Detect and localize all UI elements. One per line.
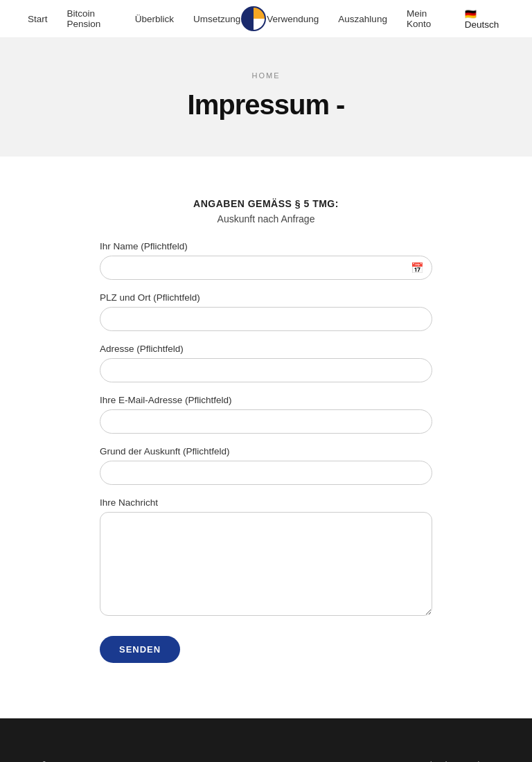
hero-section: HOME Impressum - bbox=[0, 38, 532, 157]
grund-input[interactable] bbox=[100, 461, 432, 485]
nav-verwendung[interactable]: Verwendung bbox=[267, 14, 319, 24]
label-grund: Grund der Auskunft (Pflichtfeld) bbox=[100, 446, 432, 457]
breadcrumb: HOME bbox=[14, 71, 518, 80]
label-adresse: Adresse (Pflichtfeld) bbox=[100, 344, 432, 354]
adresse-input[interactable] bbox=[100, 358, 432, 382]
nav-links-left: Start Bitcoin Pension Überblick Umsetzun… bbox=[28, 8, 240, 29]
submit-button[interactable]: SENDEN bbox=[100, 636, 180, 663]
main-nav: Start Bitcoin Pension Überblick Umsetzun… bbox=[0, 0, 532, 38]
form-group-name: Ihr Name (Pflichtfeld) 📅 bbox=[100, 241, 432, 280]
nav-bitcoin-pension[interactable]: Bitcoin Pension bbox=[67, 8, 116, 29]
nav-ueberblick[interactable]: Überblick bbox=[135, 14, 174, 24]
form-group-adresse: Adresse (Pflichtfeld) bbox=[100, 344, 432, 382]
plz-input[interactable] bbox=[100, 307, 432, 331]
form-group-plz: PLZ und Ort (Pflichtfeld) bbox=[100, 292, 432, 331]
nav-umsetzung[interactable]: Umsetzung bbox=[193, 14, 240, 24]
nav-start[interactable]: Start bbox=[28, 14, 48, 24]
calendar-icon: 📅 bbox=[411, 262, 424, 274]
nav-links-right: Verwendung Auszahlung Mein Konto 🇩🇪 Deut… bbox=[267, 8, 504, 30]
label-name: Ihr Name (Pflichtfeld) bbox=[100, 241, 432, 251]
main-content: ANGABEN GEMÄSS § 5 TMG: Auskunft nach An… bbox=[86, 157, 446, 718]
form-group-nachricht: Ihre Nachricht bbox=[100, 497, 432, 618]
email-input[interactable] bbox=[100, 409, 432, 434]
label-email: Ihre E-Mail-Adresse (Pflichtfeld) bbox=[100, 395, 432, 405]
page-title: Impressum - bbox=[14, 89, 518, 121]
site-logo[interactable] bbox=[240, 6, 267, 32]
form-section-subtext: Auskunft nach Anfrage bbox=[100, 213, 432, 224]
site-footer: f Satoshi School Bitcoin Pension Impress… bbox=[0, 718, 532, 762]
label-nachricht: Ihre Nachricht bbox=[100, 497, 432, 508]
language-selector[interactable]: 🇩🇪 Deutsch bbox=[465, 8, 504, 30]
contact-form: Ihr Name (Pflichtfeld) 📅 PLZ und Ort (Pf… bbox=[100, 241, 432, 663]
name-input[interactable] bbox=[100, 256, 432, 280]
form-section-heading: ANGABEN GEMÄSS § 5 TMG: bbox=[100, 198, 432, 209]
nav-auszahlung[interactable]: Auszahlung bbox=[338, 14, 387, 24]
form-group-grund: Grund der Auskunft (Pflichtfeld) bbox=[100, 446, 432, 485]
name-input-wrapper: 📅 bbox=[100, 256, 432, 280]
form-group-email: Ihre E-Mail-Adresse (Pflichtfeld) bbox=[100, 395, 432, 434]
nachricht-textarea[interactable] bbox=[100, 512, 432, 616]
label-plz: PLZ und Ort (Pflichtfeld) bbox=[100, 292, 432, 303]
nav-mein-konto[interactable]: Mein Konto bbox=[407, 8, 445, 29]
